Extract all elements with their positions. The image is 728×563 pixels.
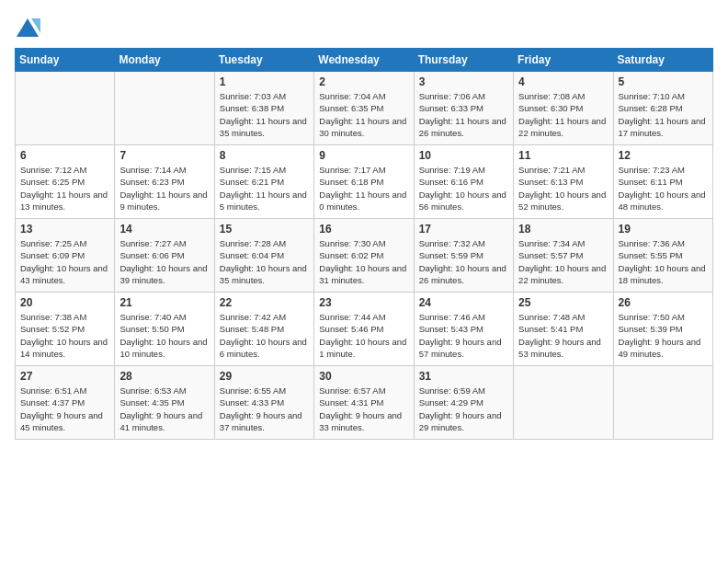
day-number: 20	[20, 296, 109, 309]
day-info: Sunrise: 7:42 AM Sunset: 5:48 PM Dayligh…	[220, 311, 309, 360]
logo	[15, 15, 44, 40]
day-info: Sunrise: 7:21 AM Sunset: 6:13 PM Dayligh…	[518, 164, 608, 213]
day-number: 10	[419, 149, 508, 162]
day-header-saturday: Saturday	[613, 49, 712, 72]
calendar-cell: 24Sunrise: 7:46 AM Sunset: 5:43 PM Dayli…	[414, 293, 513, 366]
day-header-tuesday: Tuesday	[214, 49, 313, 72]
day-number: 26	[619, 296, 708, 309]
day-number: 14	[119, 223, 209, 236]
day-number: 21	[119, 296, 209, 309]
day-info: Sunrise: 7:50 AM Sunset: 5:39 PM Dayligh…	[619, 311, 708, 360]
day-info: Sunrise: 6:59 AM Sunset: 4:29 PM Dayligh…	[419, 385, 508, 433]
day-number: 7	[119, 149, 209, 162]
day-info: Sunrise: 7:03 AM Sunset: 6:38 PM Dayligh…	[220, 90, 309, 139]
calendar-cell: 9Sunrise: 7:17 AM Sunset: 6:18 PM Daylig…	[314, 145, 414, 219]
day-number: 17	[419, 223, 508, 236]
day-info: Sunrise: 6:53 AM Sunset: 4:35 PM Dayligh…	[119, 385, 209, 433]
day-info: Sunrise: 7:34 AM Sunset: 5:57 PM Dayligh…	[518, 237, 608, 286]
day-number: 1	[220, 75, 309, 88]
calendar-cell: 19Sunrise: 7:36 AM Sunset: 5:55 PM Dayli…	[613, 219, 712, 293]
day-header-thursday: Thursday	[414, 49, 513, 72]
week-row-4: 20Sunrise: 7:38 AM Sunset: 5:52 PM Dayli…	[16, 293, 713, 366]
calendar-table: SundayMondayTuesdayWednesdayThursdayFrid…	[15, 48, 713, 440]
calendar-cell: 27Sunrise: 6:51 AM Sunset: 4:37 PM Dayli…	[16, 366, 115, 440]
day-info: Sunrise: 7:46 AM Sunset: 5:43 PM Dayligh…	[419, 311, 508, 360]
calendar-cell	[613, 366, 712, 440]
calendar-cell: 5Sunrise: 7:10 AM Sunset: 6:28 PM Daylig…	[613, 72, 712, 145]
calendar-cell: 1Sunrise: 7:03 AM Sunset: 6:38 PM Daylig…	[214, 72, 313, 145]
calendar-cell: 22Sunrise: 7:42 AM Sunset: 5:48 PM Dayli…	[214, 293, 313, 366]
day-number: 4	[518, 75, 608, 88]
week-row-2: 6Sunrise: 7:12 AM Sunset: 6:25 PM Daylig…	[16, 145, 713, 219]
calendar-cell: 20Sunrise: 7:38 AM Sunset: 5:52 PM Dayli…	[16, 293, 115, 366]
day-number: 23	[319, 296, 408, 309]
day-number: 18	[518, 223, 608, 236]
calendar-cell: 15Sunrise: 7:28 AM Sunset: 6:04 PM Dayli…	[214, 219, 313, 293]
calendar-cell: 29Sunrise: 6:55 AM Sunset: 4:33 PM Dayli…	[214, 366, 313, 440]
calendar-cell: 16Sunrise: 7:30 AM Sunset: 6:02 PM Dayli…	[314, 219, 414, 293]
day-number: 3	[419, 75, 508, 88]
day-number: 27	[20, 370, 109, 383]
calendar-cell: 30Sunrise: 6:57 AM Sunset: 4:31 PM Dayli…	[314, 366, 414, 440]
day-info: Sunrise: 7:15 AM Sunset: 6:21 PM Dayligh…	[220, 164, 309, 213]
day-info: Sunrise: 7:17 AM Sunset: 6:18 PM Dayligh…	[319, 164, 408, 213]
day-info: Sunrise: 7:25 AM Sunset: 6:09 PM Dayligh…	[20, 237, 109, 286]
day-number: 22	[220, 296, 309, 309]
calendar-cell	[115, 72, 214, 145]
day-number: 19	[619, 223, 708, 236]
day-info: Sunrise: 7:08 AM Sunset: 6:30 PM Dayligh…	[518, 90, 608, 139]
calendar-cell: 8Sunrise: 7:15 AM Sunset: 6:21 PM Daylig…	[214, 145, 313, 219]
day-number: 6	[20, 149, 109, 162]
calendar-cell	[514, 366, 613, 440]
calendar-cell: 11Sunrise: 7:21 AM Sunset: 6:13 PM Dayli…	[514, 145, 613, 219]
calendar-cell: 28Sunrise: 6:53 AM Sunset: 4:35 PM Dayli…	[115, 366, 214, 440]
day-number: 12	[619, 149, 708, 162]
calendar-cell: 10Sunrise: 7:19 AM Sunset: 6:16 PM Dayli…	[414, 145, 513, 219]
day-info: Sunrise: 7:14 AM Sunset: 6:23 PM Dayligh…	[119, 164, 209, 213]
calendar-cell: 6Sunrise: 7:12 AM Sunset: 6:25 PM Daylig…	[16, 145, 115, 219]
calendar-cell: 12Sunrise: 7:23 AM Sunset: 6:11 PM Dayli…	[613, 145, 712, 219]
day-number: 15	[220, 223, 309, 236]
day-number: 31	[419, 370, 508, 383]
day-number: 28	[119, 370, 209, 383]
day-info: Sunrise: 7:06 AM Sunset: 6:33 PM Dayligh…	[419, 90, 508, 139]
day-number: 29	[220, 370, 309, 383]
calendar-cell: 2Sunrise: 7:04 AM Sunset: 6:35 PM Daylig…	[314, 72, 414, 145]
day-header-friday: Friday	[514, 49, 613, 72]
day-number: 25	[518, 296, 608, 309]
calendar-cell: 3Sunrise: 7:06 AM Sunset: 6:33 PM Daylig…	[414, 72, 513, 145]
calendar-cell: 31Sunrise: 6:59 AM Sunset: 4:29 PM Dayli…	[414, 366, 513, 440]
calendar-cell: 18Sunrise: 7:34 AM Sunset: 5:57 PM Dayli…	[514, 219, 613, 293]
day-info: Sunrise: 7:10 AM Sunset: 6:28 PM Dayligh…	[619, 90, 708, 139]
day-info: Sunrise: 7:28 AM Sunset: 6:04 PM Dayligh…	[220, 237, 309, 286]
week-row-5: 27Sunrise: 6:51 AM Sunset: 4:37 PM Dayli…	[16, 366, 713, 440]
day-header-monday: Monday	[115, 49, 214, 72]
day-number: 11	[518, 149, 608, 162]
day-number: 2	[319, 75, 408, 88]
day-info: Sunrise: 6:51 AM Sunset: 4:37 PM Dayligh…	[20, 385, 109, 433]
calendar-cell: 26Sunrise: 7:50 AM Sunset: 5:39 PM Dayli…	[613, 293, 712, 366]
calendar-cell: 7Sunrise: 7:14 AM Sunset: 6:23 PM Daylig…	[115, 145, 214, 219]
day-number: 24	[419, 296, 508, 309]
calendar-cell: 14Sunrise: 7:27 AM Sunset: 6:06 PM Dayli…	[115, 219, 214, 293]
day-info: Sunrise: 7:44 AM Sunset: 5:46 PM Dayligh…	[319, 311, 408, 360]
week-row-1: 1Sunrise: 7:03 AM Sunset: 6:38 PM Daylig…	[16, 72, 713, 145]
day-info: Sunrise: 7:30 AM Sunset: 6:02 PM Dayligh…	[319, 237, 408, 286]
day-info: Sunrise: 7:32 AM Sunset: 5:59 PM Dayligh…	[419, 237, 508, 286]
day-info: Sunrise: 7:48 AM Sunset: 5:41 PM Dayligh…	[518, 311, 608, 360]
day-info: Sunrise: 7:19 AM Sunset: 6:16 PM Dayligh…	[419, 164, 508, 213]
day-info: Sunrise: 7:27 AM Sunset: 6:06 PM Dayligh…	[119, 237, 209, 286]
day-info: Sunrise: 7:36 AM Sunset: 5:55 PM Dayligh…	[619, 237, 708, 286]
week-row-3: 13Sunrise: 7:25 AM Sunset: 6:09 PM Dayli…	[16, 219, 713, 293]
calendar-cell: 25Sunrise: 7:48 AM Sunset: 5:41 PM Dayli…	[514, 293, 613, 366]
day-number: 13	[20, 223, 109, 236]
calendar-cell	[16, 72, 115, 145]
day-info: Sunrise: 7:23 AM Sunset: 6:11 PM Dayligh…	[619, 164, 708, 213]
day-number: 30	[319, 370, 408, 383]
day-info: Sunrise: 7:12 AM Sunset: 6:25 PM Dayligh…	[20, 164, 109, 213]
calendar-cell: 17Sunrise: 7:32 AM Sunset: 5:59 PM Dayli…	[414, 219, 513, 293]
day-header-sunday: Sunday	[16, 49, 115, 72]
day-info: Sunrise: 6:55 AM Sunset: 4:33 PM Dayligh…	[220, 385, 309, 433]
calendar-cell: 4Sunrise: 7:08 AM Sunset: 6:30 PM Daylig…	[514, 72, 613, 145]
page-header	[15, 15, 713, 40]
